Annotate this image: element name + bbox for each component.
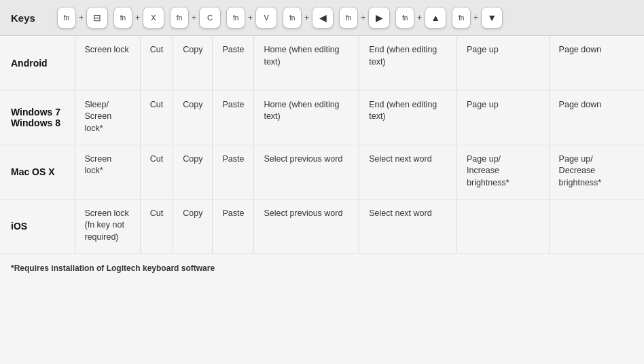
os-label-android: Android [0,36,75,90]
cell-ios-0: Screen lock(fn key notrequired) [75,199,140,253]
keyboard-table: Android Screen lock Cut Copy Paste Home … [0,36,644,254]
os-label-macosx: Mac OS X [0,145,75,199]
cell-win-2: Copy [173,90,213,145]
plus-0: + [79,13,84,22]
fn-key-2: fn [170,7,189,29]
os-label-ios: iOS [0,199,75,253]
key-combo-2: fn + C [170,7,221,29]
cell-win-6: Page up [457,90,550,145]
icon-key-2: C [199,7,221,29]
fn-key-3: fn [226,7,245,29]
key-combo-7: fn + ▼ [452,7,503,29]
cell-ios-5: Select next word [359,199,457,253]
plus-3: + [248,13,253,22]
keys-header: Keys fn + ⊟ fn + X fn + C fn + V fn + [0,0,644,36]
table-row: Windows 7Windows 8 Sleep/Screen lock* Cu… [0,90,644,145]
cell-ios-1: Cut [140,199,173,253]
cell-ios-3: Paste [213,199,254,253]
cell-android-7: Page down [549,36,644,90]
cell-android-3: Paste [213,36,254,90]
plus-6: + [417,13,422,22]
key-combo-3: fn + V [226,7,277,29]
cell-win-4: Home (when editing text) [254,90,359,145]
icon-key-3: V [255,7,277,29]
cell-ios-7 [549,199,644,253]
cell-win-5: End (when editing text) [359,90,457,145]
key-combo-5: fn + ▶ [339,7,390,29]
icon-key-7: ▼ [481,7,503,29]
footnote: *Requires installation of Logitech keybo… [0,254,644,283]
key-combo-1: fn + X [113,7,164,29]
plus-1: + [135,13,140,22]
keys-label: Keys [11,12,52,24]
plus-4: + [304,13,309,22]
cell-win-7: Page down [549,90,644,145]
fn-key-6: fn [395,7,414,29]
cell-win-3: Paste [213,90,254,145]
cell-mac-1: Cut [140,145,173,199]
icon-key-4: ◀ [312,7,334,29]
cell-mac-3: Paste [213,145,254,199]
icon-key-5: ▶ [368,7,390,29]
fn-key-4: fn [283,7,302,29]
fn-key-5: fn [339,7,358,29]
cell-ios-4: Select previous word [254,199,359,253]
fn-key-0: fn [57,7,76,29]
icon-key-6: ▲ [425,7,446,29]
table-row: Android Screen lock Cut Copy Paste Home … [0,36,644,90]
cell-android-2: Copy [173,36,213,90]
cell-mac-4: Select previous word [254,145,359,199]
plus-5: + [361,13,365,22]
key-combo-4: fn + ◀ [283,7,334,29]
icon-key-0: ⊟ [86,7,108,29]
plus-7: + [473,13,478,22]
cell-android-5: End (when editing text) [359,36,457,90]
cell-android-1: Cut [140,36,173,90]
plus-2: + [192,13,196,22]
key-combo-6: fn + ▲ [395,7,446,29]
cell-android-4: Home (when editing text) [254,36,359,90]
icon-key-1: X [143,7,164,29]
cell-mac-6: Page up/Increase brightness* [457,145,550,199]
cell-android-0: Screen lock [75,36,140,90]
table-row: iOS Screen lock(fn key notrequired) Cut … [0,199,644,253]
key-combo-0: fn + ⊟ [57,7,108,29]
cell-ios-6 [457,199,550,253]
table-container: Android Screen lock Cut Copy Paste Home … [0,36,644,296]
fn-key-1: fn [113,7,132,29]
cell-ios-2: Copy [173,199,213,253]
cell-mac-0: Screen lock* [75,145,140,199]
page: Keys fn + ⊟ fn + X fn + C fn + V fn + [0,0,644,364]
cell-mac-2: Copy [173,145,213,199]
cell-mac-5: Select next word [359,145,457,199]
os-label-windows: Windows 7Windows 8 [0,90,75,145]
cell-win-1: Cut [140,90,173,145]
fn-key-7: fn [452,7,471,29]
cell-mac-7: Page up/Decrease brightness* [549,145,644,199]
cell-win-0: Sleep/Screen lock* [75,90,140,145]
footnote-text: *Requires installation of Logitech keybo… [11,263,215,273]
table-row: Mac OS X Screen lock* Cut Copy Paste Sel… [0,145,644,199]
cell-android-6: Page up [457,36,550,90]
